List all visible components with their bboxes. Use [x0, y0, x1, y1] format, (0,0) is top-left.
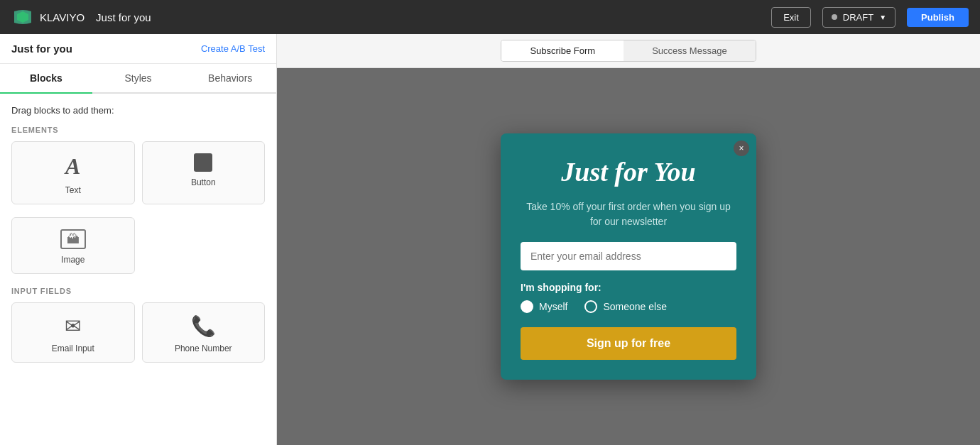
- draft-label: DRAFT: [843, 12, 873, 23]
- block-button[interactable]: Button: [142, 141, 266, 204]
- popup-modal: × Just for You Take 10% off your first o…: [501, 133, 756, 380]
- phone-block-icon: 📞: [191, 314, 216, 338]
- publish-button[interactable]: Publish: [907, 8, 969, 27]
- navbar: KLAVIYO Just for you Exit DRAFT ▼ Publis…: [0, 0, 980, 34]
- canvas-tab-success[interactable]: Success Message: [624, 40, 756, 61]
- text-block-label: Text: [65, 185, 81, 195]
- exit-button[interactable]: Exit: [771, 7, 811, 28]
- popup-title: Just for You: [521, 156, 736, 189]
- popup-shopping-label: I'm shopping for:: [521, 282, 736, 293]
- canvas-body: × Just for You Take 10% off your first o…: [277, 68, 980, 445]
- main-layout: Just for you Create A/B Test Blocks Styl…: [0, 34, 980, 445]
- draft-status-dot: [832, 14, 837, 20]
- klaviyo-logo-icon: [11, 6, 34, 28]
- popup-cta-button[interactable]: Sign up for free: [521, 327, 736, 360]
- phone-block-label: Phone Number: [175, 344, 232, 353]
- block-phone-number[interactable]: 📞 Phone Number: [142, 302, 266, 363]
- drag-instruction: Drag blocks to add them:: [11, 105, 265, 116]
- radio-myself[interactable]: Myself: [521, 300, 567, 313]
- popup-radio-group: Myself Someone else: [521, 300, 736, 313]
- left-panel: Just for you Create A/B Test Blocks Styl…: [0, 34, 277, 445]
- tab-behaviors[interactable]: Behaviors: [184, 64, 276, 94]
- canvas-area: Subscribe Form Success Message × Just fo…: [277, 34, 980, 445]
- elements-label: ELEMENTS: [11, 126, 265, 134]
- image-block-icon: 🏔: [60, 229, 86, 249]
- radio-myself-circle[interactable]: [521, 300, 533, 313]
- canvas-tab-subscribe[interactable]: Subscribe Form: [501, 40, 624, 61]
- text-block-icon: A: [65, 153, 80, 180]
- block-image[interactable]: 🏔 Image: [11, 217, 135, 274]
- block-email-input[interactable]: ✉ Email Input: [11, 302, 135, 363]
- chevron-down-icon: ▼: [879, 13, 886, 21]
- draft-dropdown[interactable]: DRAFT ▼: [822, 7, 895, 28]
- block-text[interactable]: A Text: [11, 141, 135, 204]
- logo: KLAVIYO: [11, 6, 85, 28]
- panel-tabs: Blocks Styles Behaviors: [0, 64, 276, 94]
- email-block-label: Email Input: [52, 344, 94, 353]
- image-block-label: Image: [61, 255, 85, 265]
- button-block-label: Button: [191, 177, 216, 187]
- page-title-nav: Just for you: [96, 11, 151, 23]
- tab-styles[interactable]: Styles: [92, 64, 185, 94]
- panel-header: Just for you Create A/B Test: [0, 34, 276, 64]
- button-block-icon: [194, 153, 212, 172]
- input-fields-grid: ✉ Email Input 📞 Phone Number: [11, 302, 265, 363]
- canvas-tabs-bar: Subscribe Form Success Message: [277, 34, 980, 68]
- image-grid: 🏔 Image: [11, 217, 265, 274]
- popup-email-input[interactable]: [521, 242, 736, 270]
- radio-someone-else[interactable]: Someone else: [584, 300, 667, 313]
- canvas-tab-group: Subscribe Form Success Message: [501, 40, 756, 62]
- input-fields-label: INPUT FIELDS: [11, 287, 265, 295]
- elements-grid: A Text Button: [11, 141, 265, 204]
- email-block-icon: ✉: [65, 314, 81, 338]
- create-ab-test-link[interactable]: Create A/B Test: [201, 43, 265, 54]
- radio-someone-else-circle[interactable]: [584, 300, 597, 313]
- radio-someone-else-label: Someone else: [603, 301, 667, 312]
- panel-title: Just for you: [11, 43, 72, 55]
- blocks-content: Drag blocks to add them: ELEMENTS A Text…: [0, 94, 276, 445]
- tab-blocks[interactable]: Blocks: [0, 64, 92, 94]
- brand-name: KLAVIYO: [40, 11, 85, 23]
- popup-subtitle: Take 10% off your first order when you s…: [521, 199, 736, 229]
- popup-close-button[interactable]: ×: [734, 141, 749, 156]
- radio-myself-label: Myself: [539, 301, 567, 312]
